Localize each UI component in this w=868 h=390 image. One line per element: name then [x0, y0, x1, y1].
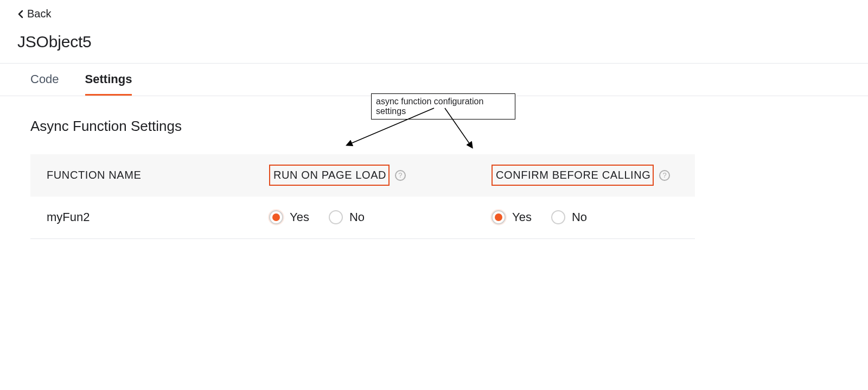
tab-settings[interactable]: Settings — [85, 64, 132, 96]
radio-icon — [269, 210, 283, 224]
highlight-box-run-on-page-load: RUN ON PAGE LOAD — [269, 165, 390, 186]
radio-label: No — [349, 210, 365, 224]
settings-table: FUNCTION NAME RUN ON PAGE LOAD ? CONFIRM… — [30, 154, 695, 239]
column-header-confirm-before-calling: CONFIRM BEFORE CALLING ? — [492, 165, 679, 186]
back-button[interactable]: Back — [17, 8, 51, 20]
run-on-page-load-yes[interactable]: Yes — [269, 210, 309, 224]
radio-icon — [329, 210, 343, 224]
highlight-box-confirm-before-calling: CONFIRM BEFORE CALLING — [492, 165, 654, 186]
radio-label: Yes — [290, 210, 309, 224]
tab-code[interactable]: Code — [30, 64, 59, 96]
confirm-before-calling-group: Yes No — [492, 210, 679, 224]
table-header-row: FUNCTION NAME RUN ON PAGE LOAD ? CONFIRM… — [30, 154, 695, 197]
help-icon[interactable]: ? — [395, 170, 406, 181]
table-row: myFun2 Yes No Yes No — [30, 197, 695, 239]
radio-label: No — [572, 210, 587, 224]
section-title: Async Function Settings — [30, 118, 838, 135]
help-icon[interactable]: ? — [659, 170, 670, 181]
radio-icon — [492, 210, 506, 224]
annotation-callout: async function configuration settings — [371, 93, 515, 119]
radio-label: Yes — [512, 210, 532, 224]
page-title: JSObject5 — [17, 33, 851, 51]
confirm-before-calling-no[interactable]: No — [551, 210, 587, 224]
column-header-run-on-page-load: RUN ON PAGE LOAD ? — [269, 165, 492, 186]
chevron-left-icon — [17, 10, 24, 18]
run-on-page-load-group: Yes No — [269, 210, 492, 224]
confirm-before-calling-yes[interactable]: Yes — [492, 210, 532, 224]
back-label: Back — [27, 8, 51, 20]
run-on-page-load-no[interactable]: No — [329, 210, 365, 224]
tabs-bar: Code Settings — [0, 63, 868, 96]
column-header-function-name: FUNCTION NAME — [47, 169, 269, 181]
function-name-cell: myFun2 — [47, 210, 269, 224]
radio-icon — [551, 210, 565, 224]
